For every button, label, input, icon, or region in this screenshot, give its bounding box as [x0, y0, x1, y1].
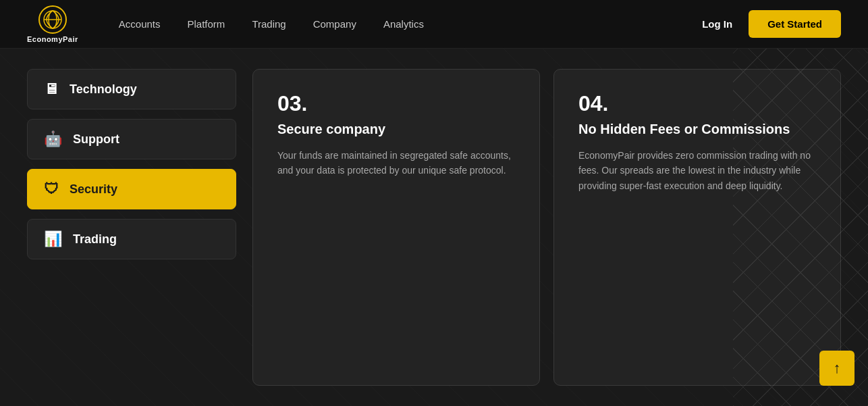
sidebar-label-technology: Technology [70, 82, 137, 97]
scroll-to-top-button[interactable]: ↑ [819, 351, 855, 386]
nav-links: Accounts Platform Trading Company Analyt… [119, 18, 702, 30]
sidebar-item-technology[interactable]: 🖥 Technology [27, 69, 236, 109]
support-icon: 🤖 [44, 132, 62, 147]
sidebar-item-support[interactable]: 🤖 Support [27, 119, 236, 159]
nav-trading[interactable]: Trading [252, 18, 286, 30]
login-button[interactable]: Log In [702, 18, 732, 30]
logo-icon [38, 5, 67, 34]
card-03-text: Your funds are maintained in segregated … [277, 148, 515, 178]
nav-accounts[interactable]: Accounts [119, 18, 161, 30]
card-04-number: 04. [578, 91, 816, 116]
nav-company[interactable]: Company [313, 18, 356, 30]
technology-icon: 🖥 [44, 82, 59, 97]
navbar: EconomyPair Accounts Platform Trading Co… [0, 0, 868, 49]
sidebar-label-security: Security [70, 182, 117, 197]
security-icon: 🛡 [44, 182, 59, 197]
sidebar-item-trading[interactable]: 📊 Trading [27, 219, 236, 259]
sidebar-item-security[interactable]: 🛡 Security [27, 169, 236, 209]
nav-analytics[interactable]: Analytics [383, 18, 424, 30]
sidebar: 🖥 Technology 🤖 Support 🛡 Security 📊 Trad… [27, 69, 236, 386]
logo-area[interactable]: EconomyPair [27, 5, 78, 43]
card-secure-company: 03. Secure company Your funds are mainta… [252, 69, 540, 386]
sidebar-label-support: Support [73, 132, 119, 147]
card-04-text: EconomyPair provides zero commission tra… [578, 148, 816, 193]
sidebar-label-trading: Trading [73, 232, 117, 247]
card-03-title: Secure company [277, 122, 515, 137]
brand-name: EconomyPair [27, 35, 78, 43]
main-content: 🖥 Technology 🤖 Support 🛡 Security 📊 Trad… [0, 49, 868, 406]
trading-icon: 📊 [44, 232, 62, 247]
scroll-top-arrow-icon: ↑ [834, 361, 841, 376]
card-04-title: No Hidden Fees or Commissions [578, 122, 816, 137]
card-03-number: 03. [277, 91, 515, 116]
get-started-button[interactable]: Get Started [749, 10, 841, 38]
cards-area: 03. Secure company Your funds are mainta… [252, 69, 841, 386]
nav-platform[interactable]: Platform [188, 18, 225, 30]
nav-actions: Log In Get Started [702, 10, 841, 38]
card-no-hidden-fees: 04. No Hidden Fees or Commissions Econom… [553, 69, 841, 386]
